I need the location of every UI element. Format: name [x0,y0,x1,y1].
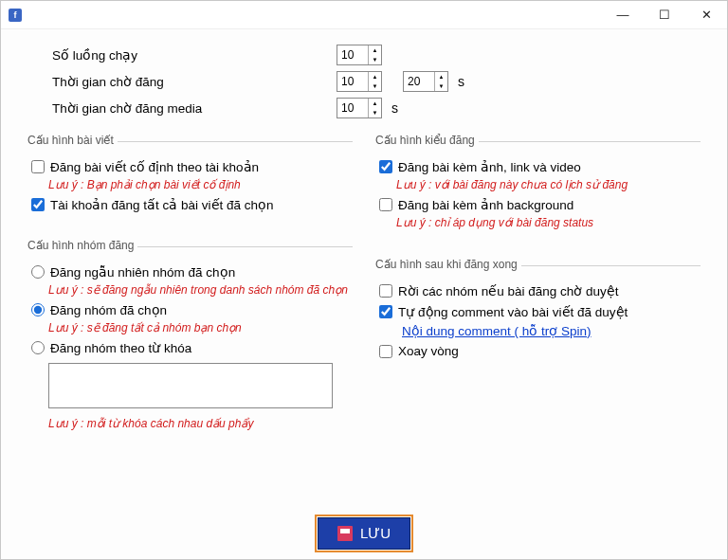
keyword-textarea[interactable] [48,363,333,408]
minimize-button[interactable]: — [602,1,644,29]
wait-post-max-spinner[interactable]: ▲▼ [403,71,448,92]
lbl-fixed-per-account: Đăng bài viết cố định theo tài khoản [50,159,259,174]
lbl-with-bg: Đăng bài kèm ảnh background [398,197,573,212]
wait-post-max-input[interactable] [404,72,434,91]
lbl-selected-groups: Đăng nhóm đã chọn [50,302,167,317]
titlebar: f — ☐ ✕ [1,1,727,29]
note-with-bg: Lưu ý : chỉ áp dụng với bài đăng status [396,216,697,229]
group-type-config: Cấu hình kiểu đăng Đăng bài kèm ảnh, lin… [375,141,701,243]
app-window: f — ☐ ✕ Số luồng chạy ▲▼ Thời gian chờ đ… [0,0,728,560]
group-target-title: Cấu hình nhóm đăng [27,239,137,252]
wait-post-unit: s [458,74,464,89]
wait-post-min-arrows[interactable]: ▲▼ [368,72,381,91]
close-button[interactable]: ✕ [685,1,727,29]
wait-media-arrows[interactable]: ▲▼ [368,99,381,117]
lbl-with-media: Đăng bài kèm ảnh, link và video [398,159,581,174]
wait-media-label: Thời gian chờ đăng media [52,100,337,116]
lbl-random-groups: Đăng ngẫu nhiên nhóm đã chọn [50,264,235,280]
threads-spinner[interactable]: ▲▼ [337,45,382,65]
row-wait-media: Thời gian chờ đăng media ▲▼ s [52,98,701,118]
chk-loop[interactable] [379,345,392,358]
note-keyword: Lưu ý : mỗi từ khóa cách nhau dấu phẩy [48,417,349,430]
wait-media-spinner[interactable]: ▲▼ [337,98,382,118]
app-icon: f [9,9,22,22]
panels: Cấu hình bài viết Đăng bài viết cố định … [27,141,701,443]
group-after-title: Cấu hình sau khi đăng xong [375,258,521,271]
note-random: Lưu ý : sẽ đăng ngẫu nhiên trong danh sá… [48,283,349,297]
chk-fixed-per-account[interactable] [31,160,45,173]
wait-post-max-arrows[interactable]: ▲▼ [434,72,447,91]
chk-with-bg[interactable] [379,198,392,211]
save-icon [337,526,353,541]
wait-post-min-input[interactable] [337,72,368,91]
threads-label: Số luồng chạy [52,47,337,63]
threads-arrows[interactable]: ▲▼ [368,45,381,64]
group-post-config: Cấu hình bài viết Đăng bài viết cố định … [27,141,353,224]
chk-account-all[interactable] [31,198,45,211]
content-area: Số luồng chạy ▲▼ Thời gian chờ đăng ▲▼ ▲… [1,29,727,512]
group-target-config: Cấu hình nhóm đăng Đăng ngẫu nhiên nhóm … [27,246,353,443]
lbl-keyword-groups: Đăng nhóm theo từ khóa [50,340,191,355]
radio-selected-groups[interactable] [31,303,45,316]
save-button[interactable]: LƯU [318,517,410,550]
footer: LƯU [1,512,727,559]
lbl-loop: Xoay vòng [398,344,459,358]
note-fixed: Lưu ý : Bạn phải chọn bài viết cố định [48,178,349,191]
group-type-title: Cấu hình kiểu đăng [375,134,479,147]
radio-keyword-groups[interactable] [31,341,45,354]
right-column: Cấu hình kiểu đăng Đăng bài kèm ảnh, lin… [375,141,701,443]
lbl-leave-pending: Rời các nhóm nếu bài đăng chờ duyệt [398,283,619,298]
wait-post-label: Thời gian chờ đăng [52,74,337,89]
save-label: LƯU [360,525,391,542]
chk-leave-pending[interactable] [379,284,392,298]
threads-input[interactable] [337,45,368,64]
maximize-button[interactable]: ☐ [644,1,685,29]
note-with-media: Lưu ý : với bài đăng này chưa có lịch sử… [396,178,697,191]
lbl-auto-comment: Tự động comment vào bài viết đã duyệt [398,304,628,319]
row-threads: Số luồng chạy ▲▼ [52,45,701,65]
left-column: Cấu hình bài viết Đăng bài viết cố định … [27,141,353,443]
link-comment-content[interactable]: Nội dung comment ( hỗ trợ Spin) [402,323,697,338]
group-post-title: Cấu hình bài viết [27,134,118,147]
wait-post-min-spinner[interactable]: ▲▼ [337,71,382,92]
group-after-config: Cấu hình sau khi đăng xong Rời các nhóm … [375,265,701,370]
chk-auto-comment[interactable] [379,305,392,318]
note-selected: Lưu ý : sẽ đăng tất cả nhóm bạn chọn [48,321,349,334]
titlebar-left: f [1,9,602,22]
chk-with-media[interactable] [379,160,392,173]
row-wait-post: Thời gian chờ đăng ▲▼ ▲▼ s [52,71,701,92]
wait-media-input[interactable] [337,99,368,117]
lbl-account-all: Tài khoản đăng tất cả bài viết đã chọn [50,197,274,212]
radio-random-groups[interactable] [31,265,45,279]
wait-media-unit: s [391,100,398,116]
